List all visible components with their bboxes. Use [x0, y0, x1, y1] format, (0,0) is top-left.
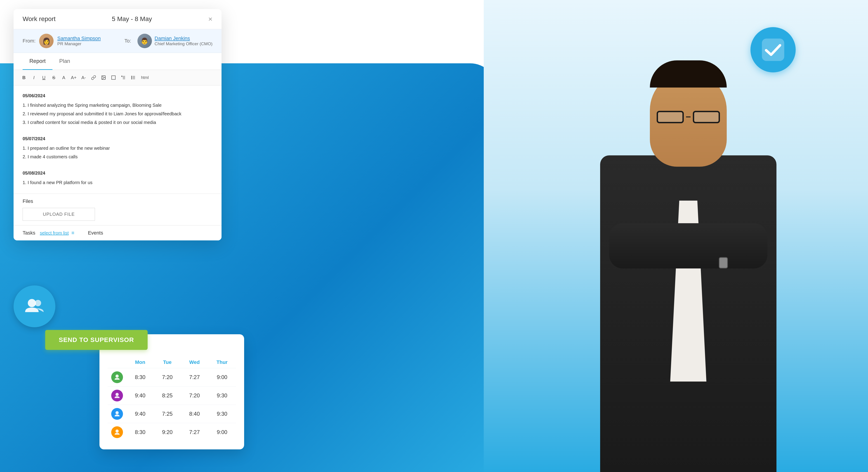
- thur-3: 9:30: [208, 405, 236, 423]
- modal-dates: 5 May - 8 May: [112, 16, 152, 23]
- to-label: To:: [124, 38, 131, 44]
- wed-4: 7:27: [181, 423, 208, 441]
- files-label: Files: [23, 198, 213, 204]
- svg-point-5: [102, 77, 103, 77]
- svg-point-16: [131, 79, 132, 79]
- user-avatar-blue: [111, 408, 123, 420]
- from-label: From:: [23, 38, 35, 44]
- font-size-down-button[interactable]: A-: [80, 73, 88, 82]
- italic-button[interactable]: I: [30, 73, 38, 82]
- user-avatar-orange: [111, 426, 123, 438]
- strikethrough-button[interactable]: S: [50, 73, 58, 82]
- svg-point-1: [28, 299, 36, 307]
- svg-point-20: [116, 430, 119, 433]
- unordered-list-button[interactable]: [129, 73, 137, 82]
- work-report-modal: Work report 5 May - 8 May × From: 👩 Sama…: [13, 9, 221, 240]
- table-row: 8:30 7:20 7:27 9:00: [107, 368, 236, 386]
- entry-1-item-2: 2. I reviewed my proposal and submitted …: [23, 110, 213, 118]
- tue-2: 8:25: [154, 386, 181, 405]
- from-person: 👩 Samantha Simpson PR Manager: [39, 34, 101, 48]
- from-person-role: PR Manager: [57, 41, 101, 47]
- entry-date-1: 05/06/2024: [23, 92, 213, 99]
- events-label: Events: [88, 230, 103, 236]
- link-button[interactable]: [90, 73, 98, 82]
- thur-1: 9:00: [208, 368, 236, 386]
- modal-title: Work report: [23, 16, 56, 23]
- from-person-details: Samantha Simpson PR Manager: [57, 35, 101, 47]
- col-mon: Mon: [127, 357, 154, 368]
- from-person-name[interactable]: Samantha Simpson: [57, 35, 101, 41]
- svg-point-2: [35, 300, 41, 306]
- svg-point-19: [116, 411, 119, 414]
- svg-point-18: [116, 393, 119, 396]
- wed-3: 8:40: [181, 405, 208, 423]
- thur-4: 9:00: [208, 423, 236, 441]
- svg-rect-6: [112, 76, 116, 80]
- tue-4: 9:20: [154, 423, 181, 441]
- svg-point-14: [131, 76, 132, 77]
- col-thur: Thur: [208, 357, 236, 368]
- user-avatar-purple: [111, 390, 123, 402]
- html-button[interactable]: html: [139, 75, 151, 81]
- mon-3: 9:40: [127, 405, 154, 423]
- worktime-table: Mon Tue Wed Thur 8:30 7:20 7:27 9:00: [107, 357, 236, 441]
- col-wed: Wed: [181, 357, 208, 368]
- tab-plan[interactable]: Plan: [53, 53, 77, 70]
- entry-date-2: 05/07/2024: [23, 135, 213, 143]
- col-avatar: [107, 357, 127, 368]
- worktime-header-row: Mon Tue Wed Thur: [107, 357, 236, 368]
- check-badge: [750, 27, 796, 72]
- font-color-button[interactable]: A: [60, 73, 68, 82]
- tue-3: 7:25: [154, 405, 181, 423]
- entry-2-item-2: 2. I made 4 customers calls: [23, 153, 213, 160]
- image-button[interactable]: [99, 73, 107, 82]
- avatar-cell-4: [107, 423, 127, 441]
- mon-2: 9:40: [127, 386, 154, 405]
- editor-toolbar: B I U S A A+ A-: [13, 70, 221, 86]
- files-section: Files UPLOAD FILE: [13, 194, 221, 225]
- entry-date-3: 05/08/2024: [23, 169, 213, 177]
- mon-1: 8:30: [127, 368, 154, 386]
- svg-text:1: 1: [122, 76, 122, 77]
- tue-1: 7:20: [154, 368, 181, 386]
- to-person-name[interactable]: Damian Jenkins: [155, 35, 213, 41]
- send-to-supervisor-button[interactable]: SEND TO SUPERVISOR: [45, 330, 148, 350]
- avatar-cell-1: [107, 368, 127, 386]
- svg-point-15: [131, 77, 132, 78]
- tasks-icon: ≡: [71, 230, 74, 236]
- user-avatar-green: [111, 371, 123, 383]
- entry-1-item-3: 3. I crafted content for social media & …: [23, 119, 213, 126]
- select-from-list-link[interactable]: select from list: [40, 231, 69, 236]
- avatar-cell-3: [107, 405, 127, 423]
- table-row: 9:40 8:25 7:20 9:30: [107, 386, 236, 405]
- to-person-role: Chief Marketing Officer (CMO): [155, 41, 213, 47]
- tab-report[interactable]: Report: [23, 53, 53, 70]
- from-to-section: From: 👩 Samantha Simpson PR Manager To: …: [13, 29, 221, 53]
- to-section: To: 👨 Damian Jenkins Chief Marketing Off…: [124, 34, 213, 48]
- underline-button[interactable]: U: [40, 73, 48, 82]
- entry-3-item-1: 1. I found a new PR platform for us: [23, 179, 213, 186]
- to-avatar: 👨: [137, 34, 152, 48]
- bold-button[interactable]: B: [20, 73, 28, 82]
- table-row: 9:40 7:25 8:40 9:30: [107, 405, 236, 423]
- close-button[interactable]: ×: [208, 16, 213, 23]
- users-badge: [13, 286, 55, 327]
- font-size-up-button[interactable]: A+: [70, 73, 78, 82]
- entry-2-item-1: 1. I prepared an outline for the new web…: [23, 144, 213, 152]
- svg-point-17: [116, 375, 119, 378]
- thur-2: 9:30: [208, 386, 236, 405]
- modal-header: Work report 5 May - 8 May ×: [13, 9, 221, 29]
- ordered-list-button[interactable]: 1: [119, 73, 127, 82]
- box-button[interactable]: [110, 73, 118, 82]
- report-tabs: Report Plan: [13, 53, 221, 70]
- man-photo: [536, 0, 841, 472]
- upload-file-button[interactable]: UPLOAD FILE: [23, 208, 95, 221]
- wed-1: 7:27: [181, 368, 208, 386]
- mon-4: 8:30: [127, 423, 154, 441]
- worktime-panel: Worktime Mon Tue Wed Thur 8:30 7:20 7:27: [99, 334, 244, 449]
- col-tue: Tue: [154, 357, 181, 368]
- wed-2: 7:20: [181, 386, 208, 405]
- editor-content[interactable]: 05/06/2024 1. I finished analyzing the S…: [13, 86, 221, 194]
- to-avatar-img: 👨: [137, 34, 152, 48]
- table-row: 8:30 9:20 7:27 9:00: [107, 423, 236, 441]
